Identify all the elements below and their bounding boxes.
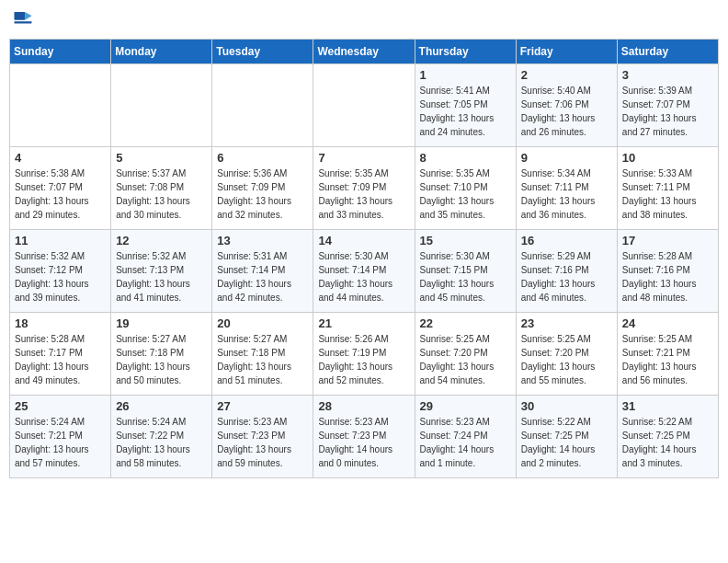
day-info: Sunrise: 5:24 AM Sunset: 7:21 PM Dayligh… bbox=[15, 415, 106, 470]
day-info: Sunrise: 5:25 AM Sunset: 7:21 PM Dayligh… bbox=[622, 332, 713, 387]
day-info: Sunrise: 5:22 AM Sunset: 7:25 PM Dayligh… bbox=[521, 415, 612, 470]
day-info: Sunrise: 5:39 AM Sunset: 7:07 PM Dayligh… bbox=[622, 84, 713, 139]
calendar-cell: 27Sunrise: 5:23 AM Sunset: 7:23 PM Dayli… bbox=[212, 396, 313, 478]
day-number: 8 bbox=[420, 151, 511, 165]
calendar-cell: 3Sunrise: 5:39 AM Sunset: 7:07 PM Daylig… bbox=[617, 64, 718, 147]
calendar-cell: 15Sunrise: 5:30 AM Sunset: 7:15 PM Dayli… bbox=[415, 230, 516, 313]
day-info: Sunrise: 5:36 AM Sunset: 7:09 PM Dayligh… bbox=[217, 167, 308, 222]
day-number: 28 bbox=[318, 399, 409, 413]
calendar-cell bbox=[313, 64, 415, 147]
day-number: 24 bbox=[622, 316, 713, 330]
day-info: Sunrise: 5:25 AM Sunset: 7:20 PM Dayligh… bbox=[521, 332, 612, 387]
calendar-cell: 19Sunrise: 5:27 AM Sunset: 7:18 PM Dayli… bbox=[111, 313, 212, 396]
day-number: 15 bbox=[420, 234, 511, 247]
day-info: Sunrise: 5:34 AM Sunset: 7:11 PM Dayligh… bbox=[521, 167, 612, 222]
day-number: 6 bbox=[217, 151, 308, 165]
day-info: Sunrise: 5:32 AM Sunset: 7:12 PM Dayligh… bbox=[15, 249, 106, 304]
day-number: 31 bbox=[622, 399, 713, 413]
calendar-week-row: 4Sunrise: 5:38 AM Sunset: 7:07 PM Daylig… bbox=[10, 147, 719, 230]
day-info: Sunrise: 5:35 AM Sunset: 7:10 PM Dayligh… bbox=[420, 167, 511, 222]
page-header bbox=[9, 9, 719, 31]
calendar-cell: 22Sunrise: 5:25 AM Sunset: 7:20 PM Dayli… bbox=[415, 313, 516, 396]
day-number: 22 bbox=[420, 316, 511, 330]
day-info: Sunrise: 5:38 AM Sunset: 7:07 PM Dayligh… bbox=[15, 167, 106, 222]
day-info: Sunrise: 5:22 AM Sunset: 7:25 PM Dayligh… bbox=[622, 415, 713, 470]
day-info: Sunrise: 5:33 AM Sunset: 7:11 PM Dayligh… bbox=[622, 167, 713, 222]
column-header-sunday: Sunday bbox=[10, 40, 111, 64]
calendar-cell: 21Sunrise: 5:26 AM Sunset: 7:19 PM Dayli… bbox=[313, 313, 415, 396]
calendar-cell: 31Sunrise: 5:22 AM Sunset: 7:25 PM Dayli… bbox=[617, 396, 718, 478]
calendar-header-row: SundayMondayTuesdayWednesdayThursdayFrid… bbox=[10, 40, 719, 64]
calendar-cell: 5Sunrise: 5:37 AM Sunset: 7:08 PM Daylig… bbox=[111, 147, 212, 230]
calendar-cell: 17Sunrise: 5:28 AM Sunset: 7:16 PM Dayli… bbox=[617, 230, 718, 313]
calendar-cell: 13Sunrise: 5:31 AM Sunset: 7:14 PM Dayli… bbox=[212, 230, 313, 313]
calendar-cell: 7Sunrise: 5:35 AM Sunset: 7:09 PM Daylig… bbox=[313, 147, 415, 230]
column-header-tuesday: Tuesday bbox=[212, 40, 313, 64]
day-number: 27 bbox=[217, 399, 308, 413]
day-info: Sunrise: 5:32 AM Sunset: 7:13 PM Dayligh… bbox=[116, 249, 207, 304]
calendar-cell: 8Sunrise: 5:35 AM Sunset: 7:10 PM Daylig… bbox=[415, 147, 516, 230]
day-info: Sunrise: 5:26 AM Sunset: 7:19 PM Dayligh… bbox=[318, 332, 409, 387]
day-info: Sunrise: 5:30 AM Sunset: 7:14 PM Dayligh… bbox=[318, 249, 409, 304]
day-number: 13 bbox=[217, 234, 308, 247]
column-header-monday: Monday bbox=[111, 40, 212, 64]
day-info: Sunrise: 5:31 AM Sunset: 7:14 PM Dayligh… bbox=[217, 249, 308, 304]
day-info: Sunrise: 5:29 AM Sunset: 7:16 PM Dayligh… bbox=[521, 249, 612, 304]
day-info: Sunrise: 5:28 AM Sunset: 7:17 PM Dayligh… bbox=[15, 332, 106, 387]
day-number: 5 bbox=[116, 151, 207, 165]
calendar-cell: 9Sunrise: 5:34 AM Sunset: 7:11 PM Daylig… bbox=[516, 147, 617, 230]
day-info: Sunrise: 5:24 AM Sunset: 7:22 PM Dayligh… bbox=[116, 415, 207, 470]
day-number: 7 bbox=[318, 151, 409, 165]
day-info: Sunrise: 5:23 AM Sunset: 7:24 PM Dayligh… bbox=[420, 415, 511, 470]
day-number: 17 bbox=[622, 234, 713, 247]
calendar-cell bbox=[111, 64, 212, 147]
calendar-cell: 16Sunrise: 5:29 AM Sunset: 7:16 PM Dayli… bbox=[516, 230, 617, 313]
svg-rect-0 bbox=[14, 12, 25, 20]
calendar-cell: 28Sunrise: 5:23 AM Sunset: 7:23 PM Dayli… bbox=[313, 396, 415, 478]
day-info: Sunrise: 5:27 AM Sunset: 7:18 PM Dayligh… bbox=[217, 332, 308, 387]
day-number: 3 bbox=[622, 68, 713, 82]
day-number: 12 bbox=[116, 234, 207, 247]
day-number: 21 bbox=[318, 316, 409, 330]
calendar-week-row: 11Sunrise: 5:32 AM Sunset: 7:12 PM Dayli… bbox=[10, 230, 719, 313]
day-number: 9 bbox=[521, 151, 612, 165]
calendar-table: SundayMondayTuesdayWednesdayThursdayFrid… bbox=[9, 39, 719, 478]
day-number: 1 bbox=[420, 68, 511, 82]
day-number: 10 bbox=[622, 151, 713, 165]
calendar-cell: 20Sunrise: 5:27 AM Sunset: 7:18 PM Dayli… bbox=[212, 313, 313, 396]
day-number: 25 bbox=[15, 399, 106, 413]
calendar-cell: 29Sunrise: 5:23 AM Sunset: 7:24 PM Dayli… bbox=[415, 396, 516, 478]
calendar-cell: 18Sunrise: 5:28 AM Sunset: 7:17 PM Dayli… bbox=[10, 313, 111, 396]
day-number: 11 bbox=[15, 234, 106, 247]
column-header-saturday: Saturday bbox=[617, 40, 718, 64]
calendar-week-row: 1Sunrise: 5:41 AM Sunset: 7:05 PM Daylig… bbox=[10, 64, 719, 147]
column-header-thursday: Thursday bbox=[415, 40, 516, 64]
day-info: Sunrise: 5:30 AM Sunset: 7:15 PM Dayligh… bbox=[420, 249, 511, 304]
day-number: 2 bbox=[521, 68, 612, 82]
calendar-cell: 24Sunrise: 5:25 AM Sunset: 7:21 PM Dayli… bbox=[617, 313, 718, 396]
day-info: Sunrise: 5:23 AM Sunset: 7:23 PM Dayligh… bbox=[318, 415, 409, 470]
calendar-cell: 10Sunrise: 5:33 AM Sunset: 7:11 PM Dayli… bbox=[617, 147, 718, 230]
calendar-cell: 4Sunrise: 5:38 AM Sunset: 7:07 PM Daylig… bbox=[10, 147, 111, 230]
day-info: Sunrise: 5:35 AM Sunset: 7:09 PM Dayligh… bbox=[318, 167, 409, 222]
calendar-cell: 30Sunrise: 5:22 AM Sunset: 7:25 PM Dayli… bbox=[516, 396, 617, 478]
calendar-cell: 26Sunrise: 5:24 AM Sunset: 7:22 PM Dayli… bbox=[111, 396, 212, 478]
logo bbox=[13, 9, 35, 31]
column-header-friday: Friday bbox=[516, 40, 617, 64]
day-info: Sunrise: 5:25 AM Sunset: 7:20 PM Dayligh… bbox=[420, 332, 511, 387]
day-info: Sunrise: 5:23 AM Sunset: 7:23 PM Dayligh… bbox=[217, 415, 308, 470]
calendar-cell: 14Sunrise: 5:30 AM Sunset: 7:14 PM Dayli… bbox=[313, 230, 415, 313]
calendar-cell: 1Sunrise: 5:41 AM Sunset: 7:05 PM Daylig… bbox=[415, 64, 516, 147]
day-info: Sunrise: 5:27 AM Sunset: 7:18 PM Dayligh… bbox=[116, 332, 207, 387]
day-number: 26 bbox=[116, 399, 207, 413]
day-number: 16 bbox=[521, 234, 612, 247]
day-number: 18 bbox=[15, 316, 106, 330]
svg-marker-1 bbox=[25, 12, 31, 20]
calendar-cell: 23Sunrise: 5:25 AM Sunset: 7:20 PM Dayli… bbox=[516, 313, 617, 396]
day-number: 30 bbox=[521, 399, 612, 413]
calendar-cell: 6Sunrise: 5:36 AM Sunset: 7:09 PM Daylig… bbox=[212, 147, 313, 230]
day-info: Sunrise: 5:40 AM Sunset: 7:06 PM Dayligh… bbox=[521, 84, 612, 139]
day-number: 4 bbox=[15, 151, 106, 165]
column-header-wednesday: Wednesday bbox=[313, 40, 415, 64]
logo-icon bbox=[13, 9, 33, 29]
